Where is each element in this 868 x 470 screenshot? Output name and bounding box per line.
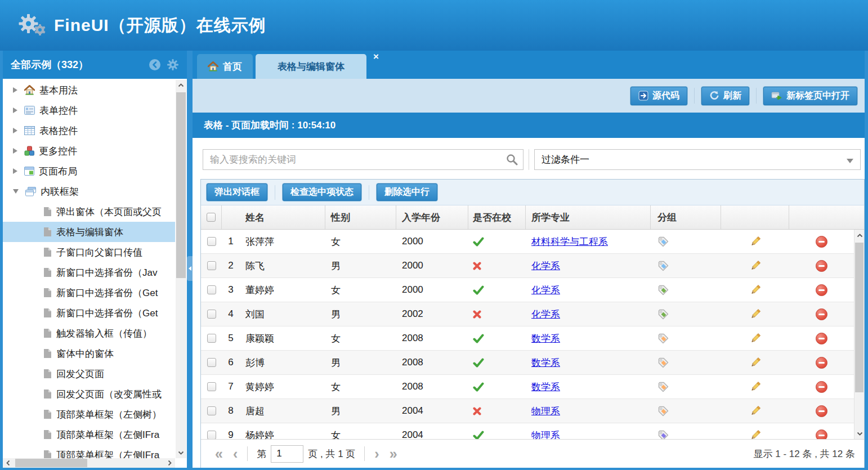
major-link[interactable]: 化学系 bbox=[531, 284, 560, 297]
page-prefix: 第 bbox=[257, 447, 266, 460]
expander-arrow-icon[interactable] bbox=[13, 148, 17, 154]
last-page-icon[interactable] bbox=[390, 447, 397, 461]
edit-pencil-icon[interactable] bbox=[749, 429, 762, 439]
sidebar-horizontal-scrollbar[interactable] bbox=[3, 458, 175, 468]
gear-icon[interactable] bbox=[167, 59, 179, 71]
collapse-sidebar-handle[interactable] bbox=[187, 256, 193, 281]
sidebar-leaf-item[interactable]: 表格与编辑窗体 bbox=[3, 222, 175, 242]
sidebar-leaf-item[interactable]: 子窗口向父窗口传值 bbox=[3, 242, 175, 262]
sidebar-leaf-item[interactable]: 回发父页面 bbox=[3, 364, 175, 384]
scroll-down-icon[interactable] bbox=[176, 447, 186, 458]
sidebar-tree-item[interactable]: 表格控件 bbox=[3, 120, 175, 141]
row-checkbox[interactable] bbox=[207, 406, 216, 415]
expander-arrow-icon[interactable] bbox=[13, 87, 17, 93]
delete-row-icon[interactable] bbox=[816, 284, 827, 296]
select-all-checkbox[interactable] bbox=[207, 213, 216, 222]
major-link[interactable]: 物理系 bbox=[531, 405, 560, 418]
scrollbar-thumb[interactable] bbox=[176, 92, 186, 278]
sidebar-tree-item[interactable]: 表单控件 bbox=[3, 100, 175, 120]
sidebar-tree-item[interactable]: 内联框架 bbox=[3, 181, 175, 202]
tab-home[interactable]: 首页 bbox=[197, 54, 253, 79]
search-icon[interactable] bbox=[506, 154, 518, 168]
sidebar-leaf-item[interactable]: 顶部菜单框架（左侧树） bbox=[3, 404, 175, 424]
table-vertical-scrollbar[interactable] bbox=[854, 230, 864, 439]
sidebar-leaf-item[interactable]: 回发父页面（改变属性或 bbox=[3, 384, 175, 404]
major-link[interactable]: 数学系 bbox=[531, 332, 560, 345]
major-link[interactable]: 物理系 bbox=[531, 429, 560, 440]
edit-pencil-icon[interactable] bbox=[749, 405, 762, 417]
sidebar: 全部示例（332） 基本用法 表单控件 bbox=[3, 51, 187, 468]
row-checkbox[interactable] bbox=[207, 431, 216, 439]
edit-pencil-icon[interactable] bbox=[749, 308, 762, 320]
delete-row-icon[interactable] bbox=[816, 357, 827, 369]
scroll-up-icon[interactable] bbox=[854, 230, 864, 241]
sidebar-leaf-item[interactable]: 触发器输入框（传值） bbox=[3, 323, 175, 343]
sidebar-tree-item[interactable]: 页面布局 bbox=[3, 161, 175, 181]
edit-pencil-icon[interactable] bbox=[749, 284, 762, 296]
row-checkbox[interactable] bbox=[207, 382, 216, 391]
scrollbar-thumb[interactable] bbox=[15, 459, 87, 467]
row-checkbox[interactable] bbox=[207, 237, 216, 246]
home-icon bbox=[208, 61, 218, 71]
prev-page-icon[interactable] bbox=[233, 447, 238, 461]
open-dialog-button[interactable]: 弹出对话框 bbox=[206, 183, 268, 202]
scroll-up-icon[interactable] bbox=[176, 80, 186, 91]
row-checkbox[interactable] bbox=[207, 261, 216, 270]
source-code-button[interactable]: 源代码 bbox=[630, 86, 688, 106]
major-link[interactable]: 数学系 bbox=[531, 356, 560, 369]
expander-arrow-icon[interactable] bbox=[13, 108, 17, 113]
expander-arrow-icon[interactable] bbox=[13, 189, 19, 194]
delete-selected-button[interactable]: 删除选中行 bbox=[376, 183, 438, 202]
next-page-icon[interactable] bbox=[374, 447, 379, 461]
edit-pencil-icon[interactable] bbox=[749, 381, 762, 393]
sidebar-vertical-scrollbar[interactable] bbox=[176, 80, 186, 458]
close-icon[interactable] bbox=[371, 52, 381, 62]
scrollbar-thumb[interactable] bbox=[855, 243, 863, 392]
row-checkbox[interactable] bbox=[207, 358, 216, 367]
major-link[interactable]: 化学系 bbox=[531, 308, 560, 321]
expander-arrow-icon[interactable] bbox=[13, 168, 17, 174]
page-number-input[interactable] bbox=[271, 445, 303, 463]
row-checkbox[interactable] bbox=[207, 310, 216, 319]
expander-arrow-icon[interactable] bbox=[13, 128, 17, 133]
sidebar-tree-item[interactable]: 基本用法 bbox=[3, 80, 175, 100]
delete-row-icon[interactable] bbox=[816, 405, 827, 417]
collapse-circle-icon[interactable] bbox=[149, 59, 161, 71]
delete-row-icon[interactable] bbox=[816, 308, 827, 320]
sidebar-leaf-item[interactable]: 顶部菜单框架（左侧IFra bbox=[3, 424, 175, 445]
scroll-down-icon[interactable] bbox=[854, 428, 864, 439]
major-link[interactable]: 化学系 bbox=[531, 259, 560, 272]
edit-cell bbox=[721, 375, 789, 399]
search-input[interactable] bbox=[203, 149, 524, 170]
delete-row-icon[interactable] bbox=[816, 333, 827, 344]
header-edit bbox=[721, 205, 789, 229]
filter-dropdown[interactable]: 过滤条件一 bbox=[534, 149, 861, 170]
scroll-left-icon[interactable] bbox=[3, 458, 14, 468]
sidebar-leaf-item[interactable]: 新窗口中选择省份（Jav bbox=[3, 262, 175, 283]
table-row: 4 刘国 男 2002 化学系 bbox=[201, 302, 854, 326]
scroll-right-icon[interactable] bbox=[164, 458, 175, 468]
row-checkbox[interactable] bbox=[207, 334, 216, 343]
edit-pencil-icon[interactable] bbox=[749, 356, 762, 369]
open-new-tab-button[interactable]: 新标签页中打开 bbox=[763, 86, 858, 106]
edit-pencil-icon[interactable] bbox=[749, 332, 762, 344]
check-selected-button[interactable]: 检查选中项状态 bbox=[282, 183, 362, 202]
row-checkbox[interactable] bbox=[207, 285, 216, 294]
delete-row-icon[interactable] bbox=[816, 429, 827, 440]
sidebar-leaf-item[interactable]: 新窗口中选择省份（Get bbox=[3, 283, 175, 303]
major-link[interactable]: 材料科学与工程系 bbox=[531, 235, 608, 248]
sidebar-tree: 基本用法 表单控件 表格控件 更多控件 页面布局 内联框架 弹出窗体（本页面或父… bbox=[3, 79, 187, 468]
edit-pencil-icon[interactable] bbox=[749, 235, 762, 248]
sidebar-leaf-item[interactable]: 窗体中的窗体 bbox=[3, 343, 175, 364]
sidebar-leaf-item[interactable]: 新窗口中选择省份（Get bbox=[3, 303, 175, 323]
delete-row-icon[interactable] bbox=[816, 236, 827, 248]
sidebar-leaf-item[interactable]: 弹出窗体（本页面或父页 bbox=[3, 202, 175, 222]
delete-row-icon[interactable] bbox=[816, 381, 827, 393]
sidebar-tree-item[interactable]: 更多控件 bbox=[3, 141, 175, 161]
major-link[interactable]: 数学系 bbox=[531, 381, 560, 393]
refresh-button[interactable]: 刷新 bbox=[701, 86, 750, 106]
first-page-icon[interactable] bbox=[215, 447, 223, 461]
tab-active[interactable]: 表格与编辑窗体 bbox=[256, 54, 366, 79]
delete-row-icon[interactable] bbox=[816, 260, 827, 272]
edit-pencil-icon[interactable] bbox=[749, 259, 762, 272]
